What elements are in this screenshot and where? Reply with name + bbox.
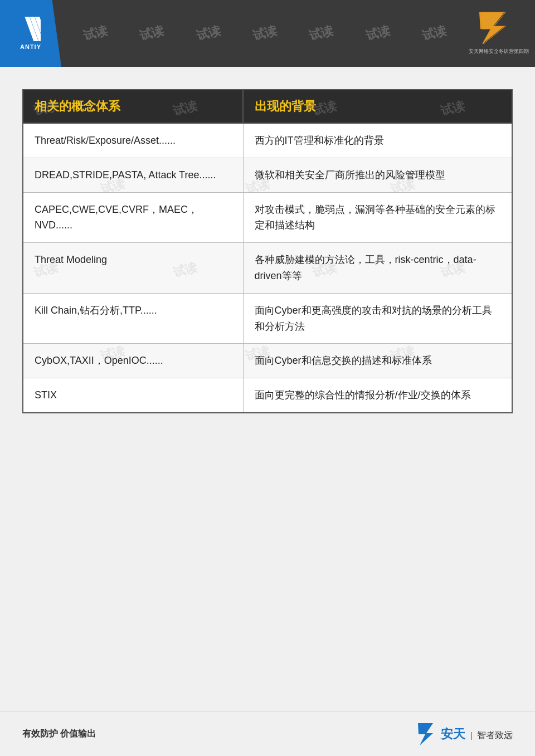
col1-header: 相关的概念体系 bbox=[23, 90, 243, 123]
header-watermark: 试读 试读 试读 试读 试读 试读 试读 bbox=[0, 0, 535, 67]
col2-header: 出现的背景 bbox=[243, 90, 512, 123]
footer-right: 安天 | 智者致远 bbox=[415, 722, 513, 747]
logo-text: ANTIY bbox=[20, 43, 41, 50]
table-cell-left-4: Kill Chain,钻石分析,TTP...... bbox=[23, 293, 243, 344]
wm4: 试读 bbox=[251, 22, 279, 45]
logo-stripes bbox=[21, 17, 41, 41]
brand-sub: 智者致远 bbox=[477, 730, 513, 740]
brand-name: 安天 bbox=[441, 727, 465, 741]
brand-separator: | bbox=[470, 731, 473, 740]
table-cell-right-6: 面向更完整的综合性的情报分析/作业/交换的体系 bbox=[243, 378, 512, 413]
table-row: STIX面向更完整的综合性的情报分析/作业/交换的体系 bbox=[23, 378, 512, 413]
wm7: 试读 bbox=[420, 22, 448, 45]
svg-marker-0 bbox=[479, 12, 504, 44]
svg-marker-2 bbox=[418, 723, 433, 745]
table-cell-left-2: CAPEC,CWE,CVE,CVRF，MAEC，NVD...... bbox=[23, 192, 243, 243]
header-right-svg bbox=[474, 9, 524, 46]
wm5: 试读 bbox=[307, 22, 335, 45]
table-cell-left-0: Threat/Risk/Exposure/Asset...... bbox=[23, 123, 243, 158]
table-row: CybOX,TAXII，OpenIOC......面向Cyber和信息交换的描述… bbox=[23, 344, 512, 378]
wm6: 试读 bbox=[364, 22, 392, 45]
table-cell-right-2: 对攻击模式，脆弱点，漏洞等各种基础的安全元素的标定和描述结构 bbox=[243, 192, 512, 243]
table-cell-left-5: CybOX,TAXII，OpenIOC...... bbox=[23, 344, 243, 378]
table-row: Threat Modeling各种威胁建模的方法论，工具，risk-centri… bbox=[23, 243, 512, 294]
wm3: 试读 bbox=[194, 22, 222, 45]
table-cell-left-3: Threat Modeling bbox=[23, 243, 243, 294]
table-cell-right-1: 微软和相关安全厂商所推出的风险管理模型 bbox=[243, 158, 512, 192]
table-row: Kill Chain,钻石分析,TTP......面向Cyber和更高强度的攻击… bbox=[23, 293, 512, 344]
table-cell-right-4: 面向Cyber和更高强度的攻击和对抗的场景的分析工具和分析方法 bbox=[243, 293, 512, 344]
wm1: 试读 bbox=[81, 22, 109, 45]
table-header-row: 相关的概念体系 出现的背景 bbox=[23, 90, 512, 123]
table-cell-left-6: STIX bbox=[23, 378, 243, 413]
footer: 有效防护 价值输出 安天 | 智者致远 bbox=[0, 711, 535, 756]
footer-brand-text: 安天 | 智者致远 bbox=[441, 726, 513, 743]
table-cell-left-1: DREAD,STRIDE,PASTA, Attack Tree...... bbox=[23, 158, 243, 192]
header-logo-right: 安天网络安全冬训营第四期 bbox=[468, 6, 529, 58]
footer-tagline: 有效防护 价值输出 bbox=[22, 728, 96, 740]
table-cell-right-3: 各种威胁建模的方法论，工具，risk-centric，data-driven等等 bbox=[243, 243, 512, 294]
table-row: DREAD,STRIDE,PASTA, Attack Tree......微软和… bbox=[23, 158, 512, 192]
main-content: 试读 试读 试读 试读 试读 试读 试读 试读 试读 试读 试读 试读 试读 试… bbox=[0, 67, 535, 425]
table-cell-right-0: 西方的IT管理和标准化的背景 bbox=[243, 123, 512, 158]
antiy-footer-logo: 安天 | 智者致远 bbox=[415, 722, 513, 747]
main-table: 相关的概念体系 出现的背景 Threat/Risk/Exposure/Asset… bbox=[22, 89, 513, 413]
table-body: Threat/Risk/Exposure/Asset......西方的IT管理和… bbox=[23, 123, 512, 413]
table-row: Threat/Risk/Exposure/Asset......西方的IT管理和… bbox=[23, 123, 512, 158]
wm2: 试读 bbox=[138, 22, 166, 45]
footer-antiy-icon bbox=[415, 722, 437, 747]
table-row: CAPEC,CWE,CVE,CVRF，MAEC，NVD......对攻击模式，脆… bbox=[23, 192, 512, 243]
header: ANTIY 试读 试读 试读 试读 试读 试读 试读 安天网络安全冬训营第四期 bbox=[0, 0, 535, 67]
logo-box: ANTIY bbox=[0, 0, 61, 67]
header-subtitle: 安天网络安全冬训营第四期 bbox=[469, 48, 529, 55]
table-cell-right-5: 面向Cyber和信息交换的描述和标准体系 bbox=[243, 344, 512, 378]
